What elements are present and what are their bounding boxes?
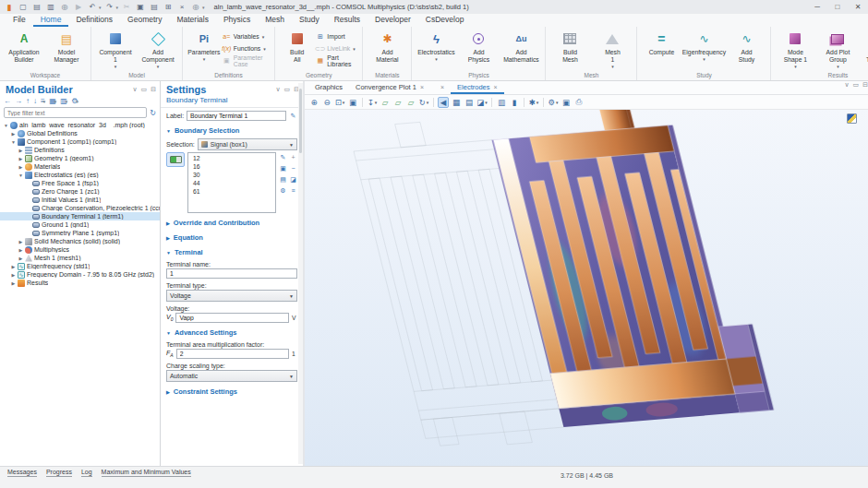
tree-item-zero-charge-1[interactable]: Zero Charge 1 (zc1)	[0, 187, 160, 196]
tab-materials[interactable]: Materials	[169, 14, 215, 27]
progress-link[interactable]: Progress	[46, 469, 72, 477]
mesh-1-button[interactable]: Mesh 1▾	[591, 28, 633, 71]
tree-item-geometry-1[interactable]: ▶Geometry 1 (geom1)	[0, 154, 160, 162]
expander-icon[interactable]: ▶	[18, 156, 24, 161]
result-templates-button[interactable]: Result Templates	[859, 28, 868, 71]
tab-home[interactable]: Home	[33, 14, 69, 27]
activate-selection-icon[interactable]: ✎	[279, 153, 287, 161]
model-tree-settings-icon[interactable]: ⚙▾	[71, 97, 78, 105]
scene-plot-icon[interactable]: ◪▾	[476, 97, 488, 108]
expander-icon[interactable]: ▼	[10, 139, 17, 145]
messages-link[interactable]: Messages	[7, 469, 37, 477]
tree-item-initial-values-1[interactable]: Initial Values 1 (init1)	[0, 196, 160, 204]
delete-icon[interactable]: ×	[176, 2, 187, 12]
livelink-button[interactable]: ⊂⊃ LiveLink▾	[316, 43, 359, 54]
tree-item-boundary-terminal-1[interactable]: Boundary Terminal 1 (term1)	[0, 212, 160, 220]
redo-dropdown-icon[interactable]: ▾	[116, 5, 119, 10]
eigenfrequency-button[interactable]: ∿ Eigenfrequency▾	[682, 28, 725, 71]
tree-item-root[interactable]: ▼aln_lamb_wave_resonator_3d__.mph (root)	[0, 121, 160, 129]
mode-shape-1-button[interactable]: Mode Shape 1▾	[774, 28, 816, 71]
panel-collapse-icon[interactable]: ∨	[132, 86, 137, 93]
application-builder-button[interactable]: A Application Builder	[3, 28, 45, 71]
save-icon[interactable]: ▥	[45, 2, 56, 12]
selection-dropdown[interactable]: Signal (box1) ▼	[198, 138, 297, 150]
transparency-icon[interactable]: ▦	[451, 97, 462, 108]
cut-icon[interactable]: ✂	[121, 2, 132, 12]
zoom-to-selection-icon[interactable]: ≡	[289, 186, 297, 195]
lock-view-icon[interactable]: ▮	[509, 97, 520, 108]
tree-item-multiphysics[interactable]: ▶Multiphysics	[0, 245, 160, 254]
copy-icon[interactable]: ▣	[135, 2, 146, 12]
duplicate-icon[interactable]: ⊞	[163, 2, 174, 12]
tree-item-eigenfrequency-study[interactable]: ▶∿Eigenfrequency (std1)	[0, 262, 160, 270]
zoom-box-icon[interactable]: ⊡▾	[334, 97, 345, 108]
list-item[interactable]: 30	[188, 171, 275, 179]
paste-icon[interactable]: ▤	[149, 2, 160, 12]
panel-dock-icon[interactable]: ⊟	[151, 86, 156, 93]
tab-results[interactable]: Results	[327, 14, 368, 27]
tree-item-symmetry-plane-1[interactable]: Symmetry Plane 1 (symp1)	[0, 229, 160, 237]
panel-float-icon[interactable]: ▭	[141, 86, 148, 93]
tab-electrodes[interactable]: Electrodes×	[451, 81, 504, 94]
section-boundary-selection[interactable]: ▼ Boundary Selection	[161, 121, 303, 136]
view-yz-icon[interactable]: ▱	[392, 97, 404, 108]
panel-float-icon[interactable]: ▭	[853, 81, 860, 94]
model-manager-button[interactable]: ▤ Model Manager	[45, 28, 88, 71]
graphics-settings-icon[interactable]: ⚙▾	[548, 97, 559, 108]
copy-selection-icon[interactable]: ▣	[279, 164, 287, 173]
rename-icon[interactable]: ✎	[289, 112, 297, 120]
refresh-icon[interactable]: ↻	[150, 109, 156, 117]
build-mesh-button[interactable]: Build Mesh	[549, 28, 591, 71]
panel-float-icon[interactable]: ▭	[284, 86, 291, 93]
import-button[interactable]: ⊞ Import	[316, 31, 359, 42]
move-up-icon[interactable]: ↑	[26, 97, 30, 105]
max-min-values-link[interactable]: Maximum and Minimum Values	[102, 469, 191, 477]
add-to-selection-icon[interactable]: +	[289, 153, 297, 161]
tree-item-solid-mechanics[interactable]: ▶Solid Mechanics (solid) (solid)	[0, 237, 160, 245]
tab-convergence-plot-1[interactable]: Convergence Plot 1×	[349, 81, 430, 94]
tab-study[interactable]: Study	[292, 14, 327, 27]
section-constraint-settings[interactable]: ▶ Constraint Settings	[161, 382, 303, 397]
print-icon[interactable]: ⎙	[573, 97, 585, 108]
forward-icon[interactable]: →	[15, 97, 22, 105]
log-link[interactable]: Log	[81, 469, 92, 477]
collapse-all-icon[interactable]: ≡▾	[41, 97, 45, 105]
expander-icon[interactable]: ▼	[3, 123, 9, 128]
panel-dock-icon[interactable]: ⊟	[862, 81, 868, 94]
add-material-button[interactable]: ✱ Add Material	[366, 28, 408, 71]
preview-icon[interactable]: ◎	[59, 2, 70, 12]
tab-developer[interactable]: Developer	[368, 14, 418, 27]
add-mathematics-button[interactable]: Δu Add Mathematics	[500, 28, 542, 71]
rotate-view-icon[interactable]: ↻▾	[418, 97, 429, 108]
tree-filter-input[interactable]	[4, 107, 147, 118]
tab-geometry[interactable]: Geometry	[120, 14, 169, 27]
tab-mesh[interactable]: Mesh	[258, 14, 292, 27]
redo-icon[interactable]: ↷	[104, 2, 115, 12]
open-icon[interactable]: ▤	[31, 2, 42, 12]
functions-button[interactable]: f(x) Functions▾	[223, 43, 271, 54]
add-study-button[interactable]: ∿ Add Study	[725, 28, 767, 71]
color-legend-toggle-icon[interactable]	[847, 113, 857, 124]
expander-icon[interactable]: ▶	[10, 272, 17, 278]
tab-physics[interactable]: Physics	[216, 14, 258, 27]
settings-scrollbar[interactable]	[298, 83, 303, 464]
node-group-icon[interactable]: ▥▾	[60, 97, 67, 105]
panel-collapse-icon[interactable]: ∨	[844, 81, 849, 94]
undo-icon[interactable]: ↶	[87, 2, 98, 12]
tree-item-definitions[interactable]: ▶Definitions	[0, 146, 160, 154]
new-file-icon[interactable]: ▢	[18, 2, 29, 12]
add-component-button[interactable]: Add Component▾	[137, 28, 179, 71]
tree-item-electrostatics[interactable]: ▼Electrostatics (es) (es)	[0, 171, 160, 179]
variables-button[interactable]: a= Variables▾	[223, 31, 271, 42]
zoom-out-icon[interactable]: ⊖	[321, 97, 332, 108]
move-down-icon[interactable]: ↓	[33, 97, 37, 105]
back-icon[interactable]: ←	[4, 97, 11, 105]
expander-icon[interactable]: ▼	[18, 173, 24, 178]
expander-icon[interactable]: ▶	[18, 247, 24, 253]
create-selection-icon[interactable]: ⚙	[279, 186, 287, 195]
tab-definitions[interactable]: Definitions	[68, 14, 120, 27]
graphics-canvas[interactable]	[305, 110, 868, 468]
tree-item-free-space-1[interactable]: Free Space 1 (fsp1)	[0, 179, 160, 187]
expander-icon[interactable]: ▶	[10, 131, 17, 137]
zoom-extents-icon[interactable]: ▣	[347, 97, 358, 108]
